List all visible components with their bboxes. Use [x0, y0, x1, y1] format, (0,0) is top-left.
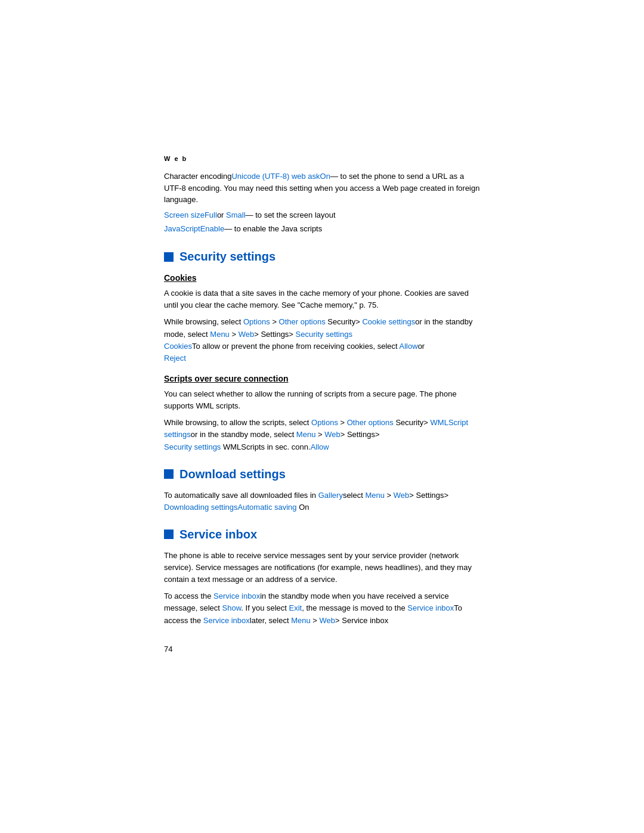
service-inbox-link4[interactable]: Service inbox	[407, 603, 454, 612]
cookies-reject-link[interactable]: Reject	[164, 354, 186, 363]
javascript-suffix: — to enable the Java scripts	[224, 224, 322, 233]
cookies-para2-mid4: >	[230, 330, 239, 339]
page: W e b Character encodingUnicode (UTF-8) …	[0, 0, 644, 833]
cookies-para2-mid7: or	[418, 342, 425, 351]
download-para1-prefix: To automatically save all downloaded fil…	[164, 491, 318, 500]
scripts-para2-mid4: >	[315, 430, 324, 439]
download-para1-mid2: >	[385, 491, 394, 500]
service-inbox-para2-mid7: > Service inbox	[335, 616, 388, 625]
scripts-allow-link[interactable]: Allow	[311, 442, 329, 451]
service-inbox-para2-prefix: To access the	[164, 592, 213, 600]
download-gallery-link[interactable]: Gallery	[318, 491, 343, 500]
service-inbox-exit-link[interactable]: Exit	[289, 603, 302, 612]
scripts-para2-mid6: WMLScripts in sec. conn.	[221, 442, 310, 451]
scripts-menu-link[interactable]: Menu	[296, 430, 316, 439]
screen-size-or: or	[217, 210, 226, 219]
cookies-settings-link[interactable]: Cookie settings	[362, 317, 415, 326]
page-number: 74	[164, 645, 480, 654]
service-inbox-icon	[164, 529, 174, 539]
screen-size-suffix: — to set the screen layout	[246, 210, 336, 219]
scripts-para2-prefix: While browsing, to allow the scripts, se…	[164, 418, 311, 427]
service-inbox-para2: To access the Service inboxin the standb…	[164, 590, 480, 626]
cookies-para2: While browsing, select Options > Other o…	[164, 316, 480, 364]
download-web-link[interactable]: Web	[394, 491, 410, 500]
security-settings-heading: Security settings	[164, 250, 480, 264]
cookies-menu-link[interactable]: Menu	[210, 330, 230, 339]
security-settings-icon	[164, 252, 174, 262]
cookies-para1: A cookie is data that a site saves in th…	[164, 287, 480, 311]
download-downloading-settings-link[interactable]: Downloading settings	[164, 503, 238, 512]
download-para1-suffix: On	[297, 503, 309, 512]
cookies-para2-prefix: While browsing, select	[164, 317, 243, 326]
cookies-para2-mid2: Security>	[326, 317, 363, 326]
screen-size-link2[interactable]: Small	[226, 210, 246, 219]
char-encoding-link1[interactable]: Unicode (UTF-8) web ask	[231, 172, 320, 181]
cookies-allow-link[interactable]: Allow	[400, 342, 418, 351]
javascript-link1[interactable]: Enable	[200, 224, 224, 233]
download-settings-para1: To automatically save all downloaded fil…	[164, 490, 480, 513]
scripts-para1: You can select whether to allow the runn…	[164, 388, 480, 412]
cookies-security-settings-link[interactable]: Security settings	[296, 330, 352, 339]
service-inbox-heading: Service inbox	[164, 528, 480, 541]
cookies-other-options-link[interactable]: Other options	[279, 317, 326, 326]
scripts-para2-mid2: Security>	[394, 418, 431, 427]
web-label: W e b	[164, 155, 480, 162]
char-encoding-line: Character encodingUnicode (UTF-8) web as…	[164, 171, 480, 206]
cookies-cookies-link[interactable]: Cookies	[164, 342, 192, 351]
screen-size-prefix[interactable]: Screen size	[164, 210, 205, 219]
cookies-options-link[interactable]: Options	[243, 317, 270, 326]
download-settings-icon	[164, 469, 174, 479]
download-para1-mid3: > Settings>	[409, 491, 448, 500]
service-inbox-para1: The phone is able to receive service mes…	[164, 550, 480, 586]
cookies-para2-mid5: > Settings>	[254, 330, 295, 339]
scripts-para2-mid1: >	[338, 418, 347, 427]
service-inbox-link1[interactable]: Service inbox	[213, 592, 260, 600]
scripts-para2-mid3: or in the standby mode, select	[191, 430, 296, 439]
char-encoding-link1-suffix[interactable]: On	[320, 172, 330, 181]
scripts-security-settings-link[interactable]: Security settings	[164, 442, 221, 451]
download-menu-link[interactable]: Menu	[365, 491, 385, 500]
download-settings-title: Download settings	[179, 467, 286, 481]
cookies-para2-mid6: To allow or prevent the phone from recei…	[192, 342, 400, 351]
service-inbox-web-link[interactable]: Web	[320, 616, 336, 625]
cookies-web-link[interactable]: Web	[239, 330, 255, 339]
scripts-options-link[interactable]: Options	[311, 418, 338, 427]
screen-size-line: Screen sizeFullor Small— to set the scre…	[164, 209, 480, 222]
cookies-title: Cookies	[164, 273, 480, 283]
char-encoding-prefix: Character encoding	[164, 172, 231, 181]
download-para1-mid1: select	[343, 491, 366, 500]
javascript-line: JavaScriptEnable— to enable the Java scr…	[164, 223, 480, 236]
scripts-para2-mid5: > Settings>	[340, 430, 380, 439]
service-inbox-para2-mid5: later, select	[250, 616, 291, 625]
service-inbox-show-link[interactable]: Show	[222, 603, 242, 612]
scripts-title: Scripts over secure connection	[164, 374, 480, 383]
download-settings-heading: Download settings	[164, 467, 480, 481]
screen-size-link1[interactable]: Full	[205, 210, 217, 219]
service-inbox-link5[interactable]: Service inbox	[203, 616, 250, 625]
javascript-prefix[interactable]: JavaScript	[164, 224, 200, 233]
scripts-para2: While browsing, to allow the scripts, se…	[164, 417, 480, 453]
security-settings-title: Security settings	[179, 250, 275, 264]
service-inbox-para2-mid6: >	[311, 616, 320, 625]
cookies-para2-mid1: >	[270, 317, 279, 326]
service-inbox-para2-mid3: , the message is moved to the	[302, 603, 407, 612]
scripts-web-link[interactable]: Web	[324, 430, 340, 439]
scripts-other-options-link[interactable]: Other options	[347, 418, 394, 427]
service-inbox-para2-mid2: . If you select	[241, 603, 289, 612]
service-inbox-title: Service inbox	[179, 528, 257, 541]
service-inbox-menu-link[interactable]: Menu	[291, 616, 311, 625]
download-auto-save-link[interactable]: Automatic saving	[238, 503, 297, 512]
